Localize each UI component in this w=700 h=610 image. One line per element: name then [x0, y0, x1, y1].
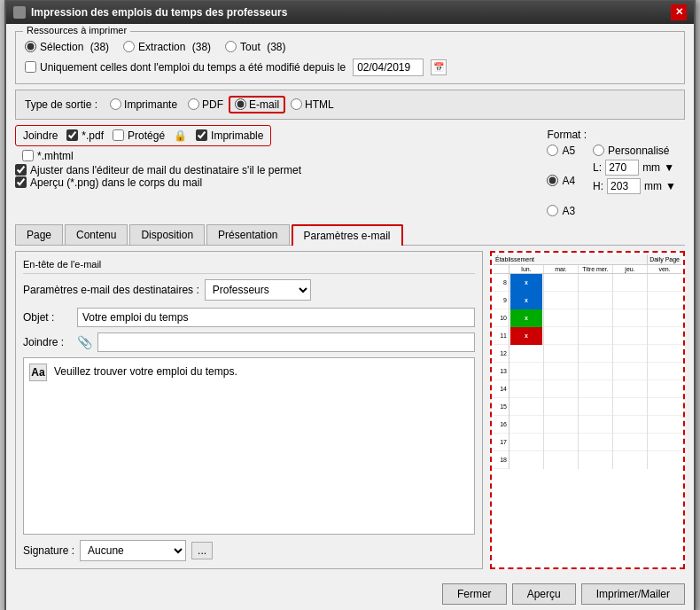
- time-9: 9: [494, 292, 509, 309]
- tab-params-email[interactable]: Paramètres e-mail: [292, 224, 403, 246]
- mar-slot-1: [544, 292, 578, 309]
- joindre-email-input[interactable]: [97, 332, 475, 352]
- jeu-slot-4: [613, 345, 647, 363]
- mer-slot-8: [579, 416, 612, 434]
- fermer-button[interactable]: Fermer: [442, 583, 507, 605]
- time-11: 11: [494, 327, 509, 345]
- pdf-label: PDF: [202, 98, 223, 111]
- mhtml-checkbox[interactable]: *.mhtml: [22, 150, 301, 162]
- mhtml-row: *.mhtml: [22, 150, 301, 162]
- tab-bar: Page Contenu Disposition Présentation Pa…: [15, 224, 685, 246]
- dialog-title: Impression des emplois du temps des prof…: [31, 6, 671, 19]
- signature-select[interactable]: Aucune: [80, 540, 186, 561]
- radio-tout[interactable]: Tout (38): [225, 41, 285, 53]
- apercu-row: Aperçu (*.png) dans le corps du mail: [15, 176, 301, 189]
- joindre-label: Joindre: [23, 129, 58, 142]
- mar-slot-10: [544, 451, 578, 469]
- pdf-checkbox[interactable]: *.pdf: [66, 129, 104, 142]
- signature-dots-button[interactable]: ...: [191, 542, 213, 559]
- radio-extraction[interactable]: Extraction (38): [123, 41, 211, 53]
- apercu-button[interactable]: Aperçu: [512, 583, 576, 605]
- l-input[interactable]: [605, 160, 639, 176]
- tab-disposition[interactable]: Disposition: [129, 224, 205, 245]
- ajuster-checkbox[interactable]: Ajuster dans l'éditeur de mail du destin…: [15, 164, 301, 176]
- radio-a4[interactable]: A4: [547, 175, 575, 187]
- signature-row: Signature : Aucune ...: [23, 540, 475, 561]
- preview-etab: Établissement: [494, 254, 648, 264]
- joindre-area: Joindre *.pdf Protégé 🔒 Imprimable: [15, 125, 301, 189]
- attachment-icon: 📎: [77, 335, 92, 349]
- lun-slot-6: [509, 380, 543, 398]
- col-mar: [544, 274, 579, 469]
- recipients-select[interactable]: Professeurs: [205, 279, 311, 301]
- resources-section: Ressources à imprimer Sélection (38) Ext…: [15, 31, 685, 84]
- ven-slot-9: [648, 434, 681, 451]
- body-area[interactable]: Aa Veuillez trouver votre emploi du temp…: [23, 357, 475, 535]
- preview-content: Établissement Daily Page lun. mar. Titre…: [492, 253, 683, 471]
- radio-email[interactable]: E-mail: [229, 96, 285, 113]
- output-type-label: Type de sortie :: [25, 98, 97, 111]
- ven-slot-2: [648, 309, 681, 327]
- radio-a3[interactable]: A3: [547, 205, 575, 217]
- h-arrow-down[interactable]: ▼: [665, 180, 676, 192]
- protege-checkbox[interactable]: Protégé: [113, 129, 165, 142]
- close-button[interactable]: ✕: [671, 4, 687, 20]
- col-ven: [648, 274, 681, 469]
- filter-date-input[interactable]: [353, 59, 424, 76]
- protege-label: Protégé: [128, 129, 165, 142]
- preview-header-row: Établissement Daily Page: [494, 254, 681, 265]
- mar-slot-9: [544, 434, 578, 451]
- email-header-label: En-tête de l'e-mail: [23, 259, 475, 274]
- apercu-checkbox[interactable]: Aperçu (*.png) dans le corps du mail: [15, 176, 301, 189]
- ven-slot-0: [648, 274, 681, 292]
- preview-day-lun: lun.: [509, 265, 544, 273]
- imprimable-checkbox[interactable]: Imprimable: [196, 129, 263, 142]
- mhtml-label: *.mhtml: [37, 150, 74, 162]
- radio-selection[interactable]: Sélection (38): [25, 41, 109, 53]
- joindre-format-row: Joindre *.pdf Protégé 🔒 Imprimable: [15, 125, 685, 221]
- format-left: A5 A4 A3: [547, 145, 575, 217]
- mar-slot-7: [544, 398, 578, 416]
- ven-slot-5: [648, 363, 681, 380]
- signature-label: Signature :: [23, 544, 74, 557]
- time-13: 13: [494, 363, 509, 380]
- preview-days-row: lun. mar. Titre mer. jeu. ven.: [494, 265, 681, 274]
- preview-day-mar: mar.: [544, 265, 579, 273]
- objet-input[interactable]: [77, 308, 475, 327]
- ven-slot-6: [648, 380, 681, 398]
- time-14: 14: [494, 380, 509, 398]
- radio-imprimante[interactable]: Imprimante: [105, 97, 183, 113]
- lock-icon: 🔒: [174, 129, 187, 142]
- calendar-icon[interactable]: 📅: [431, 59, 447, 75]
- jeu-slot-9: [613, 434, 647, 451]
- ven-slot-8: [648, 416, 681, 434]
- tab-page[interactable]: Page: [15, 224, 63, 245]
- extraction-label: Extraction: [138, 41, 185, 53]
- preview-daily: Daily Page: [648, 254, 681, 264]
- ven-slot-4: [648, 345, 681, 363]
- joindre-email-label: Joindre :: [23, 336, 72, 348]
- mer-slot-3: [579, 327, 612, 345]
- col-lun: x x x x: [509, 274, 544, 469]
- jeu-slot-7: [613, 398, 647, 416]
- event-2: x: [510, 292, 542, 309]
- format-icon: Aa: [29, 364, 47, 381]
- filter-checkbox[interactable]: Uniquement celles dont l'emploi du temps…: [25, 61, 346, 74]
- radio-pdf[interactable]: PDF: [183, 97, 229, 113]
- col-mer: [579, 274, 613, 469]
- imprimer-mailer-button[interactable]: Imprimer/Mailer: [581, 583, 685, 605]
- personnalise-label: Personnalisé: [608, 145, 669, 157]
- radio-a5[interactable]: A5: [547, 145, 575, 157]
- h-input[interactable]: [607, 178, 641, 194]
- jeu-slot-3: [613, 327, 647, 345]
- a4-label: A4: [562, 175, 575, 187]
- h-row: H: mm ▼: [593, 178, 676, 194]
- l-arrow-down[interactable]: ▼: [664, 161, 674, 174]
- tab-presentation[interactable]: Présentation: [206, 224, 289, 245]
- lun-slot-4: [509, 345, 543, 363]
- jeu-slot-1: [613, 292, 647, 309]
- tab-contenu[interactable]: Contenu: [65, 224, 128, 245]
- preview-day-jeu: jeu.: [613, 265, 648, 273]
- radio-personnalise[interactable]: Personnalisé: [593, 145, 676, 157]
- radio-html[interactable]: HTML: [285, 97, 339, 113]
